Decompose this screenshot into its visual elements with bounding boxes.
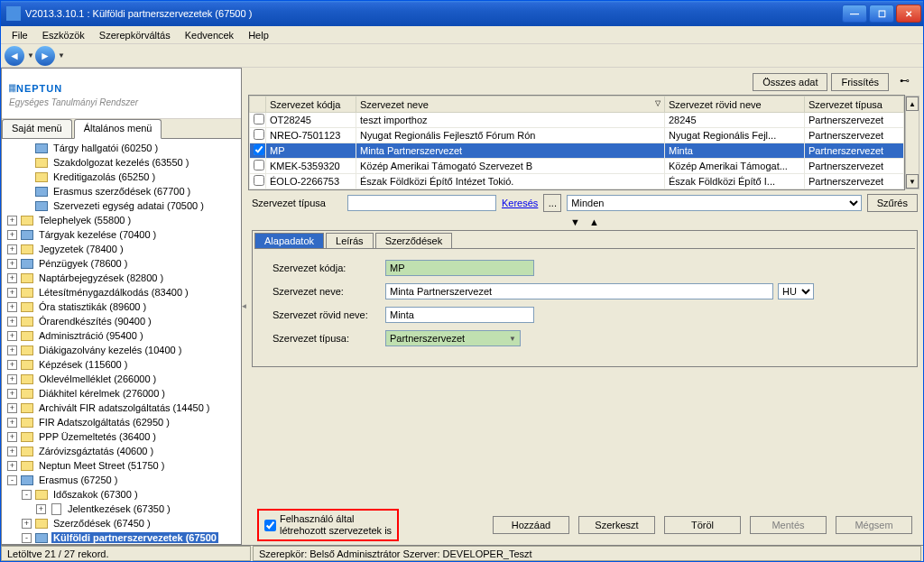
menu-tools[interactable]: Eszközök bbox=[35, 28, 92, 42]
expand-icon[interactable]: + bbox=[36, 504, 46, 514]
expand-icon[interactable]: + bbox=[7, 432, 17, 442]
tree-item[interactable]: +Adminisztráció (95400 ) bbox=[4, 328, 239, 343]
filter-select[interactable]: Minden bbox=[567, 195, 861, 211]
col-kod[interactable]: Szervezet kódja bbox=[266, 97, 356, 113]
collapse-icon[interactable]: - bbox=[22, 533, 32, 543]
expand-icon[interactable]: + bbox=[7, 288, 17, 298]
tree-item[interactable]: -Erasmus (67250 ) bbox=[4, 473, 239, 487]
table-row[interactable]: OT28245teszt importhoz28245Partnerszerve… bbox=[250, 113, 904, 128]
tree-item[interactable]: +Létesítménygazdálkodás (83400 ) bbox=[4, 285, 239, 299]
tree-item[interactable]: +FIR Adatszolgáltatás (62950 ) bbox=[4, 415, 239, 429]
expand-collapse[interactable]: ▼▲ bbox=[248, 216, 921, 228]
tree-view[interactable]: Tárgy hallgatói (60250 )Szakdolgozat kez… bbox=[2, 139, 241, 544]
tree-item[interactable]: Szakdolgozat kezelés (63550 ) bbox=[4, 155, 239, 170]
field-nev[interactable] bbox=[385, 283, 773, 299]
tree-item[interactable]: Erasmus szerződések (67700 ) bbox=[4, 184, 239, 198]
expand-icon[interactable]: + bbox=[7, 389, 17, 399]
expand-icon[interactable]: + bbox=[7, 360, 17, 370]
row-checkbox[interactable] bbox=[254, 144, 264, 155]
expand-icon[interactable]: + bbox=[7, 418, 17, 428]
table-row[interactable]: MPMinta PartnerszervezetMintaPartnerszer… bbox=[250, 143, 904, 159]
tab-contracts[interactable]: Szerződések bbox=[375, 233, 453, 248]
tree-item[interactable]: Kreditigazolás (65250 ) bbox=[4, 170, 239, 184]
tree-item[interactable]: +Oklevélmelléklet (266000 ) bbox=[4, 372, 239, 386]
col-rovid[interactable]: Szervezet rövid neve bbox=[665, 97, 805, 113]
pin-icon[interactable]: ⊷ bbox=[900, 75, 914, 89]
collapse-icon[interactable]: - bbox=[7, 475, 17, 485]
col-nev[interactable]: Szervezet neve ▽ bbox=[356, 97, 665, 113]
filter-button[interactable]: Szűrés bbox=[867, 194, 918, 212]
maximize-button[interactable]: ☐ bbox=[869, 5, 894, 23]
edit-button[interactable]: Szerkeszt bbox=[578, 516, 655, 534]
expand-icon[interactable]: + bbox=[7, 447, 17, 456]
nav-forward-button[interactable]: ► bbox=[35, 46, 55, 66]
delete-button[interactable]: Töröl bbox=[664, 516, 741, 534]
tree-item[interactable]: +Neptun Meet Street (51750 ) bbox=[4, 458, 239, 473]
tree-item[interactable]: +Pénzügyek (78600 ) bbox=[4, 256, 239, 271]
tab-desc[interactable]: Leírás bbox=[326, 233, 374, 248]
tree-item[interactable]: +Telephelyek (55800 ) bbox=[4, 213, 239, 227]
nav-back-button[interactable]: ◄ bbox=[5, 46, 24, 66]
tree-item[interactable]: +Óra statisztikák (89600 ) bbox=[4, 299, 239, 314]
tab-general-menu[interactable]: Általános menü bbox=[74, 119, 162, 139]
expand-icon[interactable]: + bbox=[7, 273, 17, 283]
tree-item[interactable]: +Tárgyak kezelése (70400 ) bbox=[4, 227, 239, 242]
search-link[interactable]: Keresés bbox=[502, 198, 538, 208]
tree-item[interactable]: +Jegyzetek (78400 ) bbox=[4, 242, 239, 256]
tree-item[interactable]: +Órarendkészítés (90400 ) bbox=[4, 314, 239, 328]
tree-item[interactable]: Szervezeti egység adatai (70500 ) bbox=[4, 198, 239, 213]
menu-rolechange[interactable]: Szerepkörváltás bbox=[92, 28, 178, 42]
row-checkbox[interactable] bbox=[254, 114, 264, 124]
expand-icon[interactable]: + bbox=[7, 302, 17, 312]
scroll-up-icon[interactable]: ▲ bbox=[906, 97, 919, 111]
tree-item[interactable]: +Diákigazolvány kezelés (10400 ) bbox=[4, 343, 239, 357]
collapse-icon[interactable]: - bbox=[22, 490, 32, 500]
grid-scrollbar[interactable]: ▲ ▼ bbox=[905, 96, 919, 189]
tree-item[interactable]: +Záróvizsgáztatás (40600 ) bbox=[4, 444, 239, 458]
table-row[interactable]: NREO-7501123Nyugat Regionális Fejlesztő … bbox=[250, 128, 904, 143]
lang-select[interactable]: HU bbox=[778, 283, 814, 299]
tree-item[interactable]: +Képzések (115600 ) bbox=[4, 357, 239, 372]
expand-icon[interactable]: + bbox=[7, 244, 17, 254]
col-tipus[interactable]: Szervezet típusa bbox=[805, 97, 904, 113]
data-grid[interactable]: Szervezet kódja Szervezet neve ▽ Szervez… bbox=[249, 96, 904, 189]
nav-back-dropdown[interactable]: ▼ bbox=[26, 46, 35, 66]
user-created-checkbox[interactable] bbox=[264, 520, 276, 531]
expand-icon[interactable]: + bbox=[22, 519, 32, 529]
add-button[interactable]: Hozzáad bbox=[493, 516, 569, 534]
tab-basic[interactable]: Alapadatok bbox=[254, 233, 324, 248]
expand-icon[interactable]: + bbox=[7, 374, 17, 384]
field-rovid[interactable] bbox=[385, 307, 534, 323]
minimize-button[interactable]: ― bbox=[842, 5, 867, 23]
close-button[interactable]: ✕ bbox=[896, 5, 921, 23]
tree-item[interactable]: +PPP Üzemeltetés (36400 ) bbox=[4, 429, 239, 444]
tree-item[interactable]: +Archivált FIR adatszolgáltatás (14450 ) bbox=[4, 401, 239, 415]
tree-item[interactable]: +Jelentkezések (67350 ) bbox=[4, 502, 239, 516]
tree-item[interactable]: Tárgy hallgatói (60250 ) bbox=[4, 141, 239, 155]
filter-type-input[interactable] bbox=[347, 195, 496, 211]
expand-icon[interactable]: + bbox=[7, 230, 17, 240]
tree-item[interactable]: -Külföldi partnerszervezetek (67500 bbox=[4, 530, 239, 544]
menu-file[interactable]: File bbox=[5, 28, 35, 42]
expand-icon[interactable]: + bbox=[7, 461, 17, 471]
row-checkbox[interactable] bbox=[254, 160, 264, 170]
tree-item[interactable]: +Diákhitel kérelmek (276000 ) bbox=[4, 386, 239, 401]
filter-more-button[interactable]: ... bbox=[543, 194, 561, 212]
table-row[interactable]: KMEK-5359320Közép Amerikai Támogató Szer… bbox=[250, 159, 904, 174]
tree-item[interactable]: +Szerződések (67450 ) bbox=[4, 516, 239, 530]
refresh-button[interactable]: Frissítés bbox=[831, 73, 889, 91]
tab-own-menu[interactable]: Saját menü bbox=[2, 119, 72, 138]
row-checkbox[interactable] bbox=[254, 129, 264, 140]
menu-favs[interactable]: Kedvencek bbox=[178, 28, 241, 42]
menu-help[interactable]: Help bbox=[241, 28, 276, 42]
expand-icon[interactable]: + bbox=[7, 403, 17, 413]
table-row[interactable]: ÉOLO-2266753Észak Földközi Építő Intézet… bbox=[250, 174, 904, 189]
nav-forward-dropdown[interactable]: ▼ bbox=[57, 46, 66, 66]
all-data-button[interactable]: Összes adat bbox=[753, 73, 827, 91]
expand-icon[interactable]: + bbox=[7, 345, 17, 355]
expand-icon[interactable]: + bbox=[7, 259, 17, 269]
tree-item[interactable]: -Időszakok (67300 ) bbox=[4, 487, 239, 502]
expand-icon[interactable]: + bbox=[7, 331, 17, 341]
row-checkbox[interactable] bbox=[254, 175, 264, 186]
tree-item[interactable]: +Naptárbejegyzések (82800 ) bbox=[4, 271, 239, 285]
